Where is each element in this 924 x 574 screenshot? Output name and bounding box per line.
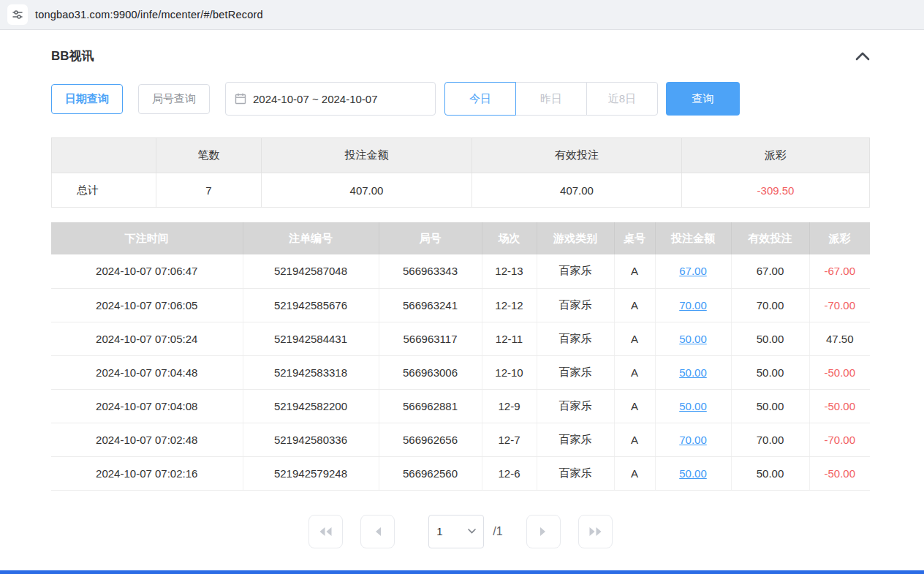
right-arrow-icon — [538, 526, 548, 537]
page-select[interactable]: 1 — [428, 515, 484, 548]
valid-bet-cell: 50.00 — [731, 355, 809, 389]
panel-header: BB视讯 — [51, 48, 870, 64]
bet-amount-link[interactable]: 50.00 — [679, 400, 707, 412]
payout-cell: -70.00 — [809, 288, 870, 322]
valid-bet-cell: 70.00 — [731, 423, 809, 456]
date-range-input[interactable]: 2024-10-07 ~ 2024-10-07 — [225, 82, 436, 116]
table-row: 2024-10-07 07:02:16 521942579248 5669625… — [51, 456, 870, 490]
table-no-cell: A — [614, 254, 655, 288]
bet-time-cell: 2024-10-07 07:06:47 — [51, 254, 243, 288]
table-row: 2024-10-07 07:04:08 521942582200 5669628… — [51, 389, 870, 423]
summary-header-valid-bet: 有效投注 — [472, 138, 682, 173]
pagination: 1 /1 — [51, 515, 870, 548]
date-query-tab[interactable]: 日期查询 — [51, 84, 123, 114]
bet-amount-link[interactable]: 70.00 — [679, 434, 707, 446]
chevron-down-icon — [468, 529, 476, 534]
round-id-cell: 566963343 — [379, 254, 482, 288]
order-id-cell: 521942584431 — [243, 322, 379, 355]
collapse-chevron-icon[interactable] — [855, 52, 870, 61]
session-cell: 12-6 — [482, 456, 537, 490]
game-type-cell: 百家乐 — [537, 355, 614, 389]
table-row: 2024-10-07 07:06:05 521942585676 5669632… — [51, 288, 870, 322]
round-id-cell: 566962656 — [379, 423, 482, 456]
session-cell: 12-13 — [482, 254, 537, 288]
col-header-valid-bet: 有效投注 — [731, 222, 809, 254]
game-type-cell: 百家乐 — [537, 456, 614, 490]
bet-time-cell: 2024-10-07 07:04:08 — [51, 389, 243, 423]
calendar-icon — [235, 93, 246, 105]
table-row: 2024-10-07 07:04:48 521942583318 5669630… — [51, 355, 870, 389]
bet-amount-link[interactable]: 50.00 — [679, 366, 707, 379]
round-id-cell: 566962881 — [379, 389, 482, 423]
valid-bet-cell: 50.00 — [731, 322, 809, 355]
bet-record-panel: BB视讯 日期查询 局号查询 2024-10-07 ~ 2024-10-07 今… — [0, 30, 924, 548]
col-header-bet-amount: 投注金额 — [655, 222, 731, 254]
double-right-arrow-icon — [588, 526, 602, 537]
col-header-order-id: 注单编号 — [243, 222, 379, 254]
round-id-cell: 566963117 — [379, 322, 482, 355]
valid-bet-cell: 70.00 — [731, 288, 809, 322]
quick-date-group: 今日 昨日 近8日 — [444, 82, 658, 116]
summary-total-row: 总计 7 407.00 407.00 -309.50 — [52, 173, 870, 208]
col-header-round-id: 局号 — [379, 222, 482, 254]
bet-amount-link[interactable]: 50.00 — [679, 467, 707, 480]
bet-time-cell: 2024-10-07 07:02:48 — [51, 423, 243, 456]
filter-row: 日期查询 局号查询 2024-10-07 ~ 2024-10-07 今日 昨日 … — [51, 82, 870, 116]
first-page-button[interactable] — [308, 515, 343, 548]
summary-bet-amount-value: 407.00 — [262, 173, 472, 208]
next-page-button[interactable] — [526, 515, 561, 548]
table-no-cell: A — [614, 456, 655, 490]
game-type-cell: 百家乐 — [537, 423, 614, 456]
total-pages-label: /1 — [493, 525, 502, 538]
round-query-tab[interactable]: 局号查询 — [138, 84, 210, 114]
yesterday-button[interactable]: 昨日 — [515, 82, 587, 116]
browser-url-bar: tongbao31.com:9900/infe/mcenter/#/betRec… — [0, 0, 924, 30]
round-id-cell: 566962560 — [379, 456, 482, 490]
bet-amount-link[interactable]: 67.00 — [679, 265, 707, 277]
table-no-cell: A — [614, 288, 655, 322]
payout-cell: -50.00 — [809, 355, 870, 389]
bet-table-header-row: 下注时间 注单编号 局号 场次 游戏类别 桌号 投注金额 有效投注 派彩 — [51, 222, 870, 254]
last8days-button[interactable]: 近8日 — [586, 82, 658, 116]
double-left-arrow-icon — [319, 526, 333, 537]
bet-amount-link[interactable]: 50.00 — [679, 333, 707, 345]
valid-bet-cell: 67.00 — [731, 254, 809, 288]
order-id-cell: 521942580336 — [243, 423, 379, 456]
bet-amount-cell: 50.00 — [655, 389, 731, 423]
order-id-cell: 521942587048 — [243, 254, 379, 288]
left-arrow-icon — [373, 526, 383, 537]
bet-amount-cell: 50.00 — [655, 355, 731, 389]
today-button[interactable]: 今日 — [444, 82, 516, 116]
table-no-cell: A — [614, 355, 655, 389]
site-settings-icon[interactable] — [7, 4, 28, 25]
bet-time-cell: 2024-10-07 07:04:48 — [51, 355, 243, 389]
round-id-cell: 566963006 — [379, 355, 482, 389]
table-row: 2024-10-07 07:05:24 521942584431 5669631… — [51, 322, 870, 355]
order-id-cell: 521942583318 — [243, 355, 379, 389]
bet-amount-link[interactable]: 70.00 — [679, 299, 707, 311]
bet-amount-cell: 67.00 — [655, 254, 731, 288]
session-cell: 12-9 — [482, 389, 537, 423]
search-button[interactable]: 查询 — [666, 82, 740, 116]
col-header-table-no: 桌号 — [614, 222, 655, 254]
game-type-cell: 百家乐 — [537, 254, 614, 288]
summary-count-value: 7 — [156, 173, 262, 208]
url-text[interactable]: tongbao31.com:9900/infe/mcenter/#/betRec… — [35, 9, 263, 20]
payout-cell: -50.00 — [809, 456, 870, 490]
order-id-cell: 521942585676 — [243, 288, 379, 322]
prev-page-button[interactable] — [360, 515, 395, 548]
table-no-cell: A — [614, 389, 655, 423]
summary-header-count: 笔数 — [156, 138, 262, 173]
summary-header-bet-amount: 投注金额 — [262, 138, 472, 173]
last-page-button[interactable] — [578, 515, 613, 548]
col-header-session: 场次 — [482, 222, 537, 254]
session-cell: 12-10 — [482, 355, 537, 389]
summary-table: 笔数 投注金额 有效投注 派彩 总计 7 407.00 407.00 -309.… — [51, 137, 870, 208]
order-id-cell: 521942579248 — [243, 456, 379, 490]
bottom-accent-bar — [0, 570, 924, 574]
summary-header-blank — [52, 138, 156, 173]
payout-cell: -67.00 — [809, 254, 870, 288]
summary-payout-value: -309.50 — [682, 173, 870, 208]
session-cell: 12-12 — [482, 288, 537, 322]
col-header-game-type: 游戏类别 — [537, 222, 614, 254]
